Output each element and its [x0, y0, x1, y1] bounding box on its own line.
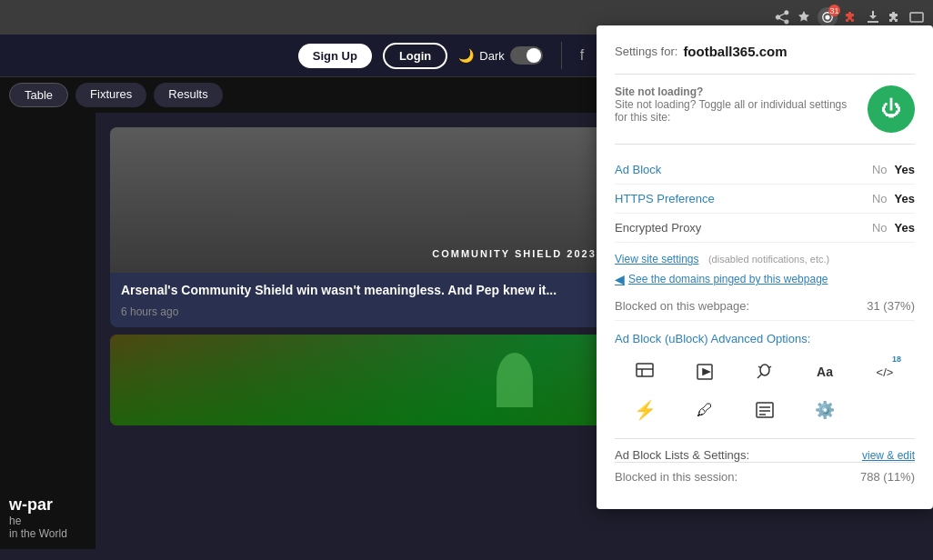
toggle-description-text: Site not loading? Toggle all or individu… [615, 98, 857, 124]
https-no[interactable]: No [872, 192, 888, 205]
list-icon[interactable] [747, 393, 782, 427]
popup-header: Settings for: football365.com [615, 44, 915, 59]
toggle-section: Site not loading? Site not loading? Togg… [615, 85, 915, 133]
login-button[interactable]: Login [383, 43, 447, 69]
side-text-1: w-par [9, 495, 86, 515]
https-options: No Yes [872, 192, 915, 205]
ad-block-options: No Yes [872, 163, 915, 176]
element-picker-icon[interactable] [627, 355, 662, 389]
https-yes[interactable]: Yes [895, 192, 915, 205]
blocked-session-label: Blocked in this session: [615, 470, 737, 484]
proxy-row: Encrypted Proxy No Yes [615, 214, 915, 243]
svg-line-9 [757, 374, 762, 378]
left-panel: w-par he in the World [0, 113, 95, 549]
blocked-webpage-row: Blocked on this webpage: 31 (37%) [615, 292, 915, 321]
https-row: HTTPS Preference No Yes [615, 185, 915, 214]
tab-fixtures[interactable]: Fixtures [75, 83, 146, 107]
domains-link[interactable]: ◀ See the domains pinged by this webpage [615, 272, 915, 286]
svg-rect-2 [910, 13, 923, 22]
puzzle-icon[interactable] [886, 8, 904, 26]
proxy-label: Encrypted Proxy [615, 221, 872, 235]
site-settings-row: View site settings (disabled notificatio… [615, 250, 915, 266]
star-icon[interactable] [795, 8, 813, 26]
dark-label: Dark [479, 49, 504, 63]
header-divider [615, 74, 915, 75]
download-icon[interactable] [864, 8, 882, 26]
proxy-yes[interactable]: Yes [895, 221, 915, 235]
blocked-session-row: Blocked in this session: 788 (11%) [615, 462, 915, 491]
advanced-icon-row-2: ⚡ 🖊 ⚙️ [615, 393, 915, 427]
power-button[interactable]: ⏻ [868, 85, 915, 133]
ad-block-no[interactable]: No [872, 163, 888, 176]
power-icon: ⏻ [881, 97, 901, 121]
view-site-settings-link[interactable]: View site settings [615, 253, 699, 265]
logger-icon[interactable] [687, 355, 722, 389]
gear-icon[interactable]: ⚙️ [808, 393, 842, 427]
arrow-icon: ◀ [615, 272, 625, 286]
https-label[interactable]: HTTPS Preference [615, 192, 872, 205]
font-size-icon[interactable]: Aa [808, 355, 842, 389]
eyedropper-icon[interactable] [747, 355, 782, 389]
ad-block-lists-row: Ad Block Lists & Settings: view & edit [615, 438, 915, 462]
domains-link-text: See the domains pinged by this webpage [628, 273, 828, 285]
advanced-icon-row-1: Aa </> 18 [615, 355, 915, 389]
blocked-webpage-label: Blocked on this webpage: [615, 299, 749, 313]
side-text-2: he [9, 515, 86, 527]
code-icon[interactable]: </> 18 [868, 355, 902, 389]
settings-divider [615, 144, 915, 145]
settings-for-label: Settings for: [615, 45, 677, 58]
ad-block-lists-label: Ad Block Lists & Settings: [615, 448, 749, 462]
ublock-popup: Settings for: football365.com Site not l… [597, 25, 933, 509]
advanced-title: Ad Block (uBlock) Advanced Options: [615, 332, 915, 345]
svg-rect-3 [637, 364, 653, 376]
signup-button[interactable]: Sign Up [298, 44, 372, 68]
ad-block-row: Ad Block No Yes [615, 155, 915, 185]
proxy-options: No Yes [872, 221, 915, 235]
blocked-webpage-value: 31 (37%) [867, 299, 915, 313]
tab-results[interactable]: Results [154, 83, 222, 107]
svg-point-1 [825, 15, 829, 19]
toggle-description: Site not loading? Site not loading? Togg… [615, 85, 857, 124]
share-icon[interactable] [773, 8, 791, 26]
svg-marker-7 [703, 369, 709, 375]
toggle-switch[interactable] [510, 46, 543, 65]
blocked-session-value: 788 (11%) [860, 470, 915, 484]
dark-mode-toggle[interactable]: 🌙 Dark [458, 46, 542, 65]
eyedropper-tool-icon[interactable]: 🖊 [687, 393, 722, 427]
facebook-icon[interactable]: f [580, 47, 584, 64]
ad-block-label[interactable]: Ad Block [615, 163, 872, 176]
extension-count: 31 [828, 5, 840, 16]
nav-divider [561, 42, 562, 69]
advanced-section: Ad Block (uBlock) Advanced Options: Aa <… [615, 332, 915, 427]
lightning-icon[interactable]: ⚡ [627, 393, 662, 427]
view-edit-link[interactable]: view & edit [862, 449, 915, 462]
site-not-loading-label: Site not loading? [615, 85, 857, 98]
window-icon[interactable] [908, 8, 926, 26]
site-settings-note: (disabled notifications, etc.) [708, 254, 829, 265]
tab-table[interactable]: Table [9, 83, 68, 107]
side-text-3: in the World [9, 527, 86, 540]
proxy-no[interactable]: No [872, 221, 888, 235]
domain-label: football365.com [683, 44, 787, 59]
code-badge: 18 [892, 355, 901, 364]
ad-block-yes[interactable]: Yes [895, 163, 915, 176]
extensions-icon[interactable] [842, 8, 860, 26]
